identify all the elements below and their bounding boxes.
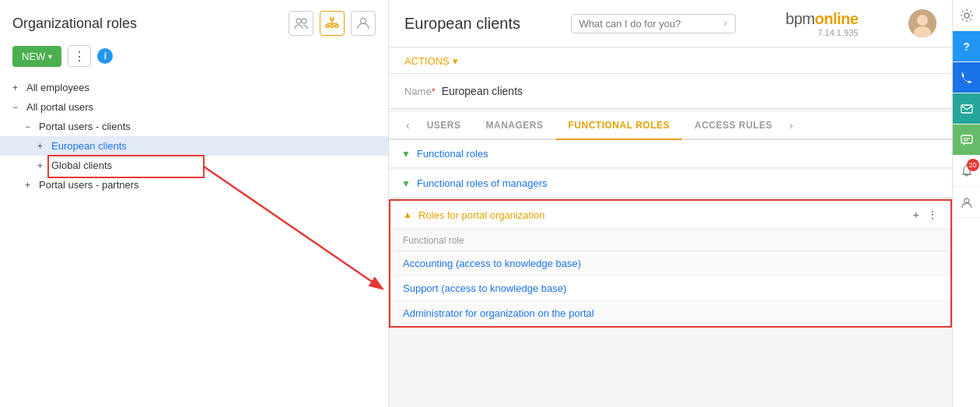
all-employees-label: All employees — [26, 82, 89, 93]
role-link-support[interactable]: Support (access to knowledge base) — [403, 282, 566, 294]
new-arrow: ▾ — [48, 52, 52, 61]
svg-rect-16 — [961, 105, 972, 113]
tree-item-all-employees[interactable]: + All employees — [0, 78, 388, 97]
info-button[interactable]: i — [97, 48, 113, 64]
table-row[interactable]: Accounting (access to knowledge base) — [390, 251, 950, 276]
org-chart-view-btn[interactable] — [320, 11, 345, 36]
phone-icon-btn[interactable] — [953, 62, 981, 93]
svg-rect-3 — [326, 25, 329, 27]
record-title: European clients — [404, 15, 520, 33]
users-view-btn[interactable] — [289, 11, 313, 36]
roles-portal-add-icon[interactable]: + — [913, 209, 919, 221]
roles-portal-title: Roles for portal organization — [418, 209, 913, 221]
actions-dropdown-icon: ▾ — [453, 55, 458, 67]
svg-rect-2 — [331, 18, 334, 20]
left-panel-title: Organizational roles — [12, 16, 137, 32]
settings-icon-btn[interactable] — [953, 0, 981, 31]
notification-badge-count: 20 — [967, 159, 979, 171]
branding: bpmonline 7.14.1.935 — [786, 10, 858, 37]
role-link-admin[interactable]: Administrator for organization on the po… — [403, 307, 594, 319]
view-icons — [289, 11, 376, 36]
right-panel: European clients › bpmonline 7.14.1.935 … — [389, 0, 952, 407]
european-clients-label: European clients — [51, 140, 127, 152]
svg-point-21 — [964, 198, 969, 203]
functional-roles-section-header[interactable]: ▼ Functional roles — [389, 140, 952, 168]
new-button[interactable]: NEW ▾ — [12, 46, 61, 67]
right-header: European clients › bpmonline 7.14.1.935 — [389, 0, 952, 47]
roles-portal-more-icon[interactable]: ⋮ — [927, 209, 938, 221]
functional-roles-collapse-icon: ▼ — [401, 149, 411, 160]
functional-role-column-header: Functional role — [403, 235, 464, 246]
actions-label: ACTIONS — [404, 55, 450, 67]
mail-icon-btn[interactable] — [953, 93, 981, 125]
svg-rect-4 — [331, 25, 334, 27]
help-icon-btn[interactable]: ? — [953, 31, 981, 62]
brand-version: 7.14.1.935 — [817, 28, 858, 37]
tree-item-portal-users-partners[interactable]: + Portal users - partners — [0, 175, 388, 195]
name-section: Name* European clients — [389, 74, 952, 109]
functional-roles-section-title: Functional roles — [417, 148, 488, 160]
roles-portal-org-header[interactable]: ▲ Roles for portal organization + ⋮ — [390, 201, 950, 230]
tree-item-all-portal-users[interactable]: − All portal users — [0, 97, 388, 117]
required-indicator: * — [432, 86, 436, 97]
tab-access-rules[interactable]: ACCESS RULES — [682, 112, 785, 140]
functional-roles-managers-title: Functional roles of managers — [417, 177, 548, 189]
tree-item-european-clients[interactable]: + European clients — [0, 136, 388, 156]
left-panel: Organizational roles — [0, 0, 389, 407]
content-area: ▼ Functional roles ▼ Functional roles of… — [389, 140, 952, 407]
brand-logo: bpmonline — [786, 10, 858, 28]
name-field: Name* European clients — [404, 85, 936, 97]
notification-icon-btn[interactable]: 20 — [953, 156, 981, 187]
toolbar: NEW ▾ ⋮ i — [0, 42, 388, 75]
search-bar[interactable]: › — [571, 14, 736, 33]
tab-functional-roles[interactable]: FUNCTIONAL ROLES — [556, 112, 682, 140]
functional-roles-managers-collapse-icon: ▼ — [401, 178, 411, 189]
toggle-global-clients: + — [37, 160, 48, 171]
tab-managers[interactable]: MANAGERS — [474, 112, 556, 140]
toggle-all-portal-users: − — [12, 102, 23, 113]
search-submit-icon[interactable]: › — [724, 18, 727, 29]
new-label: NEW — [22, 51, 45, 62]
chat-icon-btn[interactable] — [953, 125, 981, 156]
svg-point-15 — [964, 13, 969, 18]
toggle-portal-users-clients: − — [25, 121, 36, 132]
table-row[interactable]: Support (access to knowledge base) — [390, 276, 950, 301]
tab-next-arrow[interactable]: › — [785, 119, 798, 132]
svg-point-0 — [296, 19, 301, 23]
portal-users-clients-label: Portal users - clients — [39, 121, 131, 132]
side-toolbar: ? 20 — [952, 0, 980, 407]
tree-item-global-clients[interactable]: + Global clients — [0, 156, 388, 175]
right-subheader: ACTIONS ▾ — [389, 47, 952, 74]
person-view-btn[interactable] — [351, 11, 376, 36]
actions-button[interactable]: ACTIONS ▾ — [404, 52, 458, 73]
left-header: Organizational roles — [0, 0, 388, 42]
svg-rect-17 — [961, 135, 972, 143]
roles-portal-expand-icon: ▲ — [403, 209, 412, 220]
table-row[interactable]: Administrator for organization on the po… — [390, 301, 950, 326]
org-tree: + All employees − All portal users − Por… — [0, 75, 388, 407]
portal-users-partners-label: Portal users - partners — [39, 179, 139, 191]
tab-users[interactable]: USERS — [415, 112, 474, 140]
toggle-european-clients: + — [37, 141, 48, 152]
functional-roles-managers-section-header[interactable]: ▼ Functional roles of managers — [389, 170, 952, 198]
toggle-all-employees: + — [12, 82, 23, 93]
more-options-button[interactable]: ⋮ — [68, 45, 91, 67]
toggle-portal-users-partners: + — [25, 180, 36, 191]
tab-prev-arrow[interactable]: ‹ — [401, 119, 415, 132]
user-avatar[interactable] — [908, 9, 936, 37]
tabs-bar: ‹ USERS MANAGERS FUNCTIONAL ROLES ACCESS… — [389, 112, 952, 140]
svg-rect-5 — [335, 25, 338, 27]
role-link-accounting[interactable]: Accounting (access to knowledge base) — [403, 258, 581, 269]
svg-point-1 — [302, 19, 306, 23]
contact-icon-btn[interactable] — [953, 187, 981, 218]
roles-portal-actions: + ⋮ — [913, 209, 938, 221]
tree-item-portal-users-clients[interactable]: − Portal users - clients — [0, 117, 388, 136]
global-clients-label: Global clients — [51, 160, 112, 171]
app-container: Organizational roles — [0, 0, 980, 407]
name-value: European clients — [442, 85, 523, 97]
roles-portal-org-section: ▲ Roles for portal organization + ⋮ Func… — [389, 199, 952, 328]
search-input[interactable] — [579, 18, 719, 30]
all-portal-users-label: All portal users — [26, 101, 93, 113]
name-label: Name* — [404, 86, 436, 97]
svg-point-13 — [917, 15, 928, 26]
